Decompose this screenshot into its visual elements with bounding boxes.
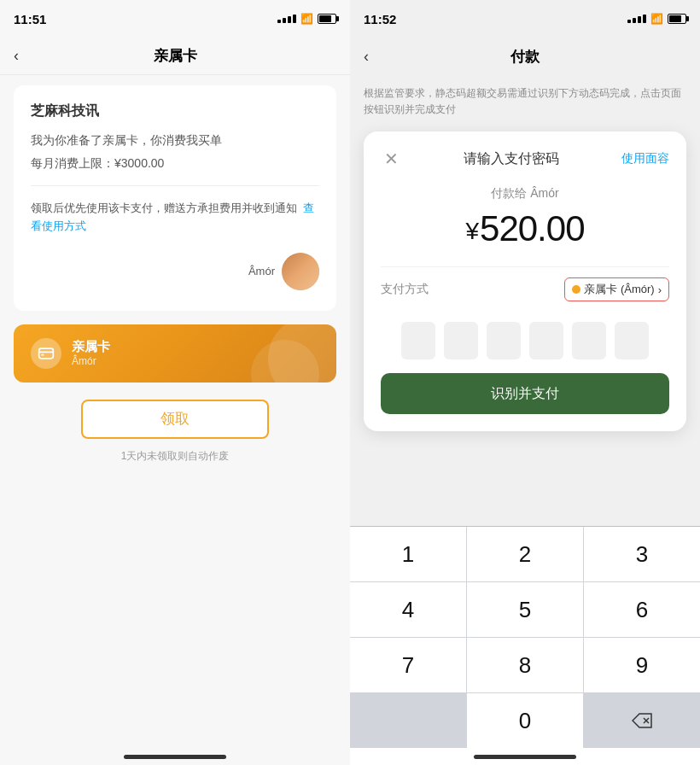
family-card-display: 亲属卡 Âmór [14,324,336,382]
left-home-indicator [0,748,350,765]
left-nav-title: 亲属卡 [154,46,197,66]
auto-note: 1天内未领取则自动作废 [14,449,336,464]
num-key-2[interactable]: 2 [467,527,583,581]
modal-close-button[interactable]: ✕ [381,149,401,169]
limit-text: 每月消费上限：¥3000.00 [31,156,319,172]
pwd-dot-1 [401,322,435,359]
pwd-dot-6 [615,322,649,359]
num-key-8[interactable]: 8 [467,638,583,692]
avatar-face-img [282,253,319,290]
family-card-title: 亲属卡 [72,339,110,355]
method-text: 亲属卡 (Âmór) [584,282,654,297]
numpad: 1 2 3 4 5 6 7 8 9 0 [350,526,700,748]
right-nav-title: 付款 [510,47,540,67]
receive-button[interactable]: 领取 [81,400,269,439]
amount-value: 520.00 [480,208,584,248]
pwd-dot-4 [529,322,563,359]
right-wifi-icon: 📶 [650,13,663,25]
num-key-backspace[interactable] [584,693,700,748]
pwd-dot-3 [487,322,521,359]
num-key-5[interactable]: 5 [467,582,583,637]
right-signal-icon [627,15,646,23]
pwd-dot-2 [444,322,478,359]
right-panel: 11:52 📶 ‹ 付款 根据监管要求，静态码超额交易需通过识别下方动态码完成，… [350,0,700,765]
card-svg-icon [38,345,55,362]
modal-title: 请输入支付密码 [464,150,559,168]
num-key-6[interactable]: 6 [584,582,700,637]
backspace-icon [632,713,652,728]
left-nav-bar: ‹ 亲属卡 [0,38,350,75]
face-id-button[interactable]: 使用面容 [621,151,669,166]
left-content: 芝麻科技讯 我为你准备了亲属卡，你消费我买单 每月消费上限：¥3000.00 领… [0,75,350,748]
left-status-bar: 11:51 📶 [0,0,350,38]
receive-info: 领取后优先使用该卡支付，赠送方承担费用并收到通知 查看使用方式 [31,200,319,236]
company-name: 芝麻科技讯 [31,102,319,120]
receive-button-wrap: 领取 [14,400,336,439]
right-battery-icon [668,14,686,24]
left-back-button[interactable]: ‹ [14,47,19,65]
right-home-bar [474,755,576,759]
notice-text: 根据监管要求，静态码超额交易需通过识别下方动态码完成，点击页面按钮识别并完成支付 [364,85,686,118]
pay-to-label: 付款给 Âmór [381,186,669,201]
num-key-empty [350,693,466,748]
avatar-name: Âmór [248,265,275,277]
right-content: 根据监管要求，静态码超额交易需通过识别下方动态码完成，点击页面按钮识别并完成支付… [350,75,700,526]
method-chevron-icon: › [658,283,662,296]
family-card-icon [31,338,61,369]
svg-rect-0 [39,348,54,359]
currency-symbol: ¥ [465,218,478,244]
family-card-subtitle: Âmór [72,355,110,367]
receive-hint-text: 领取后优先使用该卡支付，赠送方承担费用并收到通知 [31,201,297,214]
battery-icon [318,14,336,24]
left-panel: 11:51 📶 ‹ 亲属卡 芝麻科技讯 我为你准备了亲属卡，你消费我买单 每月消… [0,0,350,765]
payment-method-row: 支付方式 亲属卡 (Âmór) › [381,266,669,312]
num-key-0[interactable]: 0 [467,693,583,748]
amount-display: ¥520.00 [381,208,669,249]
confirm-pay-label: 识别并支付 [491,385,559,403]
right-status-icons: 📶 [627,13,686,25]
left-time: 11:51 [14,12,46,26]
confirm-pay-button[interactable]: 识别并支付 [381,373,669,414]
divider [31,185,319,186]
right-home-indicator [350,748,700,765]
family-card-text: 亲属卡 Âmór [72,339,110,367]
right-time: 11:52 [364,12,396,26]
avatar-row: Âmór [31,253,319,290]
num-key-4[interactable]: 4 [350,582,466,637]
right-status-bar: 11:52 📶 [350,0,700,38]
wifi-icon: 📶 [300,13,313,25]
right-nav-bar: ‹ 付款 [350,38,700,75]
modal-header: ✕ 请输入支付密码 使用面容 [381,149,669,169]
method-label: 支付方式 [381,282,429,297]
num-key-9[interactable]: 9 [584,638,700,692]
card-desc: 我为你准备了亲属卡，你消费我买单 [31,131,319,149]
signal-icon [277,15,296,23]
method-dot-icon [572,285,580,294]
password-input-area [381,322,669,359]
svg-rect-2 [41,354,44,356]
pwd-dot-5 [572,322,606,359]
avatar [282,253,319,290]
left-home-bar [124,755,226,759]
payment-modal: ✕ 请输入支付密码 使用面容 付款给 Âmór ¥520.00 支付方式 亲属卡… [364,131,686,431]
left-status-icons: 📶 [277,13,336,25]
card-info-box: 芝麻科技讯 我为你准备了亲属卡，你消费我买单 每月消费上限：¥3000.00 领… [14,85,336,311]
right-back-button[interactable]: ‹ [364,48,369,66]
method-value-button[interactable]: 亲属卡 (Âmór) › [564,277,669,301]
num-key-3[interactable]: 3 [584,527,700,581]
num-key-7[interactable]: 7 [350,638,466,692]
num-key-1[interactable]: 1 [350,527,466,581]
